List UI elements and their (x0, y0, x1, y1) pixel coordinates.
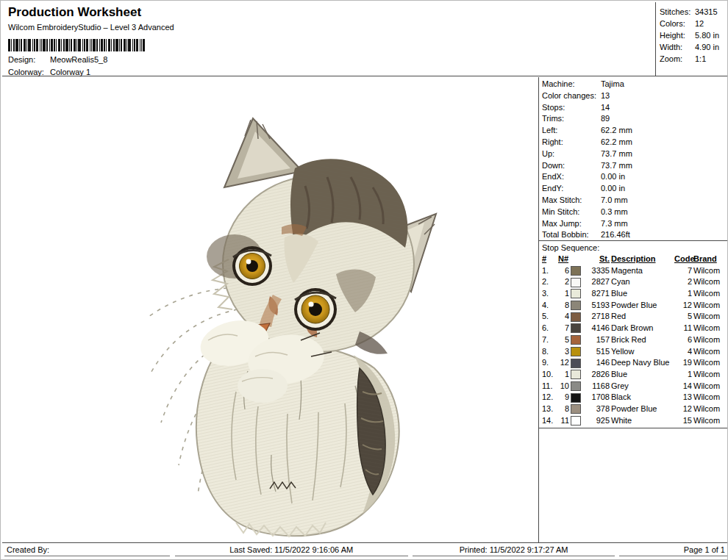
stop-sequence-row: 5. 4 2718 Red 5 Wilcom (539, 311, 727, 323)
machine-value: 62.2 mm (601, 137, 632, 148)
machine-label: Color changes: (542, 90, 601, 102)
row-number: 4. (542, 300, 557, 312)
stitch-count: 157 (585, 334, 610, 346)
machine-value: Tajima (601, 79, 624, 90)
colorway-row: Colorway: Colorway 1 (8, 68, 90, 76)
thread-brand: Wilcom (693, 300, 727, 312)
stop-sequence-row: 10. 1 2826 Blue 1 Wilcom (539, 369, 727, 381)
stat-label: Zoom: (660, 53, 695, 65)
thread-description: Magenta (611, 265, 673, 277)
thread-code: 1 (674, 369, 692, 381)
design-label: Design: (8, 55, 50, 64)
machine-value: 14 (601, 102, 610, 114)
stop-sequence-header: # N# St. Description Code Brand (539, 254, 727, 265)
needle-number: 11 (558, 415, 569, 427)
col-description: Description (611, 254, 673, 265)
row-number: 8. (542, 346, 557, 358)
thread-code: 13 (674, 392, 692, 403)
thread-color-swatch (571, 323, 581, 333)
needle-number: 7 (558, 323, 569, 334)
machine-row: Left: 62.2 mm (539, 125, 727, 137)
design-value: MeowRealis5_8 (50, 55, 107, 64)
thread-brand: Wilcom (693, 392, 727, 403)
machine-label: Down: (542, 160, 601, 172)
cat-head (196, 118, 436, 403)
machine-row: Color changes: 13 (539, 90, 727, 102)
machine-row: Trims: 89 (539, 113, 727, 125)
design-barcode (8, 39, 145, 51)
machine-row: EndX: 0.00 in (539, 171, 727, 183)
row-number: 13. (542, 403, 557, 415)
software-subtitle: Wilcom EmbroideryStudio – Level 3 Advanc… (8, 23, 174, 32)
row-number: 5. (542, 311, 557, 323)
stop-sequence-row: 12. 9 1708 Black 13 Wilcom (539, 392, 727, 403)
cat-ear-left (224, 118, 302, 187)
needle-number: 9 (558, 392, 569, 403)
stat-value: 12 (695, 18, 704, 29)
machine-settings-list: Machine: Tajima Color changes: 13 Stops:… (539, 77, 727, 240)
row-number: 9. (542, 357, 557, 369)
stat-row: Height: 5.80 in (656, 29, 727, 41)
colorway-value: Colorway 1 (50, 68, 90, 76)
stitch-count: 1168 (585, 381, 610, 392)
machine-label: Left: (542, 125, 601, 137)
table-end-divider (539, 428, 727, 428)
needle-number: 4 (558, 311, 569, 323)
machine-label: Right: (542, 137, 601, 148)
thread-description: White (611, 415, 673, 427)
thread-brand: Wilcom (693, 381, 727, 392)
row-number: 10. (542, 369, 557, 381)
design-preview-canvas (2, 77, 538, 542)
production-worksheet-page: Production Worksheet Wilcom EmbroiderySt… (0, 0, 728, 560)
thread-description: Red (611, 311, 673, 323)
thread-code: 4 (674, 346, 692, 358)
machine-value: 7.0 mm (601, 195, 628, 207)
row-number: 1. (542, 265, 557, 277)
thread-description: Powder Blue (611, 300, 673, 312)
stat-label: Height: (660, 29, 695, 41)
stop-sequence-table: 1. 6 3335 Magenta 7 Wilcom 2. 2 2827 Cya… (539, 265, 727, 427)
thread-color-swatch (571, 347, 581, 356)
thread-description: Deep Navy Blue (611, 357, 673, 369)
machine-label: Min Stitch: (542, 207, 601, 218)
stitch-count: 2827 (585, 276, 610, 288)
needle-number: 2 (558, 276, 569, 288)
thread-brand: Wilcom (693, 288, 727, 300)
row-number: 3. (542, 288, 557, 300)
col-brand: Brand (693, 254, 727, 265)
needle-number: 6 (558, 265, 569, 277)
machine-label: Trims: (542, 113, 601, 125)
stop-sequence-row: 1. 6 3335 Magenta 7 Wilcom (539, 265, 727, 277)
machine-label: EndX: (542, 171, 601, 183)
machine-value: 0.00 in (601, 183, 625, 195)
machine-label: Max Jump: (542, 218, 601, 230)
thread-brand: Wilcom (693, 346, 727, 358)
stop-sequence-row: 4. 8 5193 Powder Blue 12 Wilcom (539, 300, 727, 312)
machine-value: 13 (601, 90, 610, 102)
thread-description: Grey (611, 381, 673, 392)
thread-color-swatch (571, 381, 581, 391)
thread-code: 7 (674, 265, 692, 277)
cat-embroidery-artwork (126, 98, 471, 539)
row-number: 14. (542, 415, 557, 427)
needle-number: 10 (558, 381, 569, 392)
stop-sequence-row: 11. 10 1168 Grey 14 Wilcom (539, 381, 727, 392)
header-block: Production Worksheet Wilcom EmbroiderySt… (2, 2, 656, 76)
stitch-count: 5193 (585, 300, 610, 312)
stop-sequence-title: Stop Sequence: (539, 240, 727, 254)
stat-row: Zoom: 1:1 (656, 53, 727, 65)
row-number: 11. (542, 381, 557, 392)
row-number: 6. (542, 323, 557, 334)
machine-row: Max Stitch: 7.0 mm (539, 195, 727, 207)
thread-description: Black (611, 392, 673, 403)
stop-sequence-row: 8. 3 515 Yellow 4 Wilcom (539, 346, 727, 358)
machine-row: Down: 73.7 mm (539, 160, 727, 172)
stat-value: 34315 (695, 6, 718, 18)
last-saved-field: Last Saved: 11/5/2022 9:16:06 AM (175, 545, 408, 556)
thread-code: 12 (674, 300, 692, 312)
machine-row: Total Bobbin: 216.46ft (539, 229, 727, 241)
machine-value: 89 (601, 113, 610, 125)
stitch-count: 2826 (585, 369, 610, 381)
thread-brand: Wilcom (693, 357, 727, 369)
stitch-count: 925 (585, 415, 610, 427)
